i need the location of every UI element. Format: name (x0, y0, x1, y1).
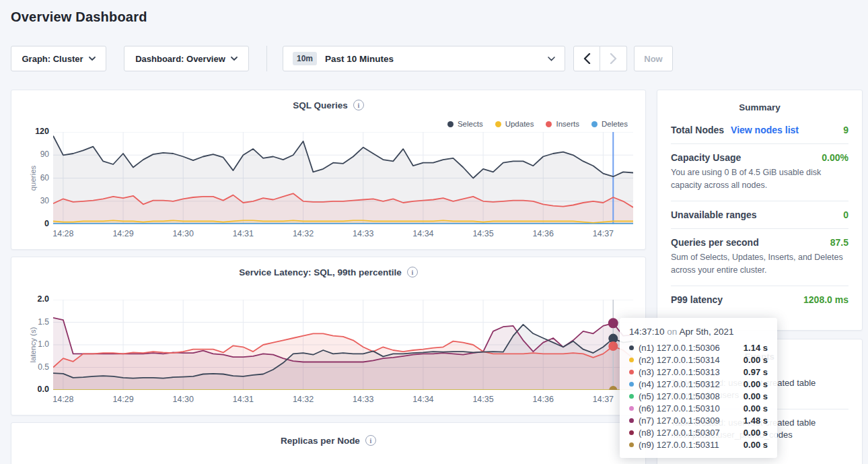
summary-row: Total NodesView nodes list9 (671, 117, 848, 144)
x-axis-tick: 14:28 (46, 395, 81, 404)
legend-item-inserts[interactable]: Inserts (546, 120, 579, 128)
y-axis-tick: 120 (21, 127, 49, 136)
chevron-right-icon (610, 53, 617, 64)
y-axis-tick: 90 (21, 150, 49, 159)
series-dot (629, 382, 634, 387)
x-axis-tick: 14:34 (406, 395, 441, 404)
tooltip-node-value: 1.14 s (744, 343, 768, 353)
summary-panel: Summary Total NodesView nodes list9Capac… (657, 90, 863, 331)
legend-dot (447, 121, 454, 127)
y-axis-tick: 1.0 (21, 339, 49, 349)
x-axis-tick: 14:31 (225, 395, 260, 404)
x-axis-tick: 14:35 (466, 395, 501, 404)
summary-row: Unavailable ranges0 (671, 201, 848, 229)
x-axis-tick: 14:32 (286, 229, 321, 238)
view-nodes-link[interactable]: View nodes list (731, 125, 799, 135)
summary-row-description: Sum of Selects, Updates, Inserts, and De… (671, 251, 848, 277)
tooltip-node-name: (n5) 127.0.0.1:50308 (639, 391, 720, 401)
tooltip-node-value: 0.00 s (744, 428, 768, 438)
legend-label: Selects (458, 120, 483, 128)
tooltip-node-value: 0.00 s (744, 355, 768, 365)
chart-title: Service Latency: SQL, 99th percentile (239, 267, 402, 277)
chevron-down-icon (548, 57, 555, 61)
summary-heading: Summary (671, 102, 848, 112)
series-dot (629, 345, 634, 350)
chevron-down-icon (89, 57, 96, 61)
tooltip-node-value: 1.48 s (744, 416, 768, 426)
x-axis-tick: 14:36 (526, 395, 560, 404)
y-axis-tick: 0.0 (21, 385, 49, 394)
legend-item-deletes[interactable]: Deletes (591, 120, 628, 128)
tooltip-node-row: (n7) 127.0.0.1:503091.48 s (629, 414, 768, 426)
x-axis-tick: 14:32 (286, 395, 321, 404)
dashboard-dropdown[interactable]: Dashboard: Overview (124, 46, 249, 71)
chart-tooltip: 14:37:10 on Apr 5th, 2021 (n1) 127.0.0.1… (620, 318, 777, 458)
dashboard-dropdown-label: Dashboard: Overview (135, 54, 225, 64)
series-dot (629, 442, 634, 447)
x-axis-tick: 14:33 (346, 395, 381, 404)
tooltip-node-name: (n8) 127.0.0.1:50307 (639, 428, 720, 438)
tooltip-node-name: (n4) 127.0.0.1:50312 (639, 379, 720, 389)
legend-label: Inserts (556, 120, 579, 128)
summary-row: Capacity Usage0.00%You are using 0 B of … (671, 144, 848, 201)
tooltip-node-row: (n2) 127.0.0.1:503140.00 s (629, 354, 768, 366)
series-dot (629, 430, 634, 435)
tooltip-node-value: 0.97 s (744, 367, 768, 377)
info-icon[interactable]: i (407, 267, 418, 277)
tooltip-node-row: (n6) 127.0.0.1:503100.00 s (629, 402, 768, 414)
x-axis-tick: 14:31 (225, 229, 260, 238)
graph-dropdown[interactable]: Graph: Cluster (11, 46, 106, 71)
chevron-down-icon (231, 57, 238, 61)
tooltip-node-row: (n8) 127.0.0.1:503070.00 s (629, 426, 768, 438)
tooltip-node-value: 0.00 s (744, 391, 768, 401)
graph-dropdown-label: Graph: Cluster (22, 54, 83, 64)
time-range-dropdown[interactable]: 10m Past 10 Minutes (283, 46, 565, 71)
sql-queries-chart[interactable]: 120906030014:2814:2914:3014:3114:3214:33… (53, 132, 633, 227)
tooltip-node-name: (n3) 127.0.0.1:50313 (639, 367, 720, 377)
y-axis-tick: 0.5 (21, 362, 49, 372)
legend-dot (546, 121, 552, 127)
x-axis-tick: 14:33 (346, 229, 381, 238)
series-dot (629, 418, 634, 423)
legend-label: Deletes (602, 120, 628, 128)
time-nav-buttons (573, 46, 627, 71)
x-axis-tick: 14:29 (106, 395, 141, 404)
legend-item-updates[interactable]: Updates (495, 120, 534, 128)
summary-row-value: 1208.0 ms (803, 294, 848, 305)
tooltip-node-value: 0.00 s (744, 440, 768, 450)
info-icon[interactable]: i (353, 100, 364, 110)
summary-row-label: P99 latency (671, 294, 723, 305)
y-axis-tick: 1.5 (21, 317, 49, 327)
controls-divider (266, 46, 267, 71)
x-axis-tick: 14:35 (466, 229, 501, 238)
service-latency-svg (53, 300, 633, 390)
now-button[interactable]: Now (634, 46, 673, 71)
prev-range-button[interactable] (573, 46, 600, 71)
time-range-label: Past 10 Minutes (325, 54, 394, 64)
summary-row-label: Queries per second (671, 237, 759, 248)
x-axis-tick: 14:36 (526, 229, 560, 238)
legend-item-selects[interactable]: Selects (447, 120, 483, 128)
x-axis-tick: 14:37 (585, 229, 620, 238)
tooltip-node-name: (n6) 127.0.0.1:50310 (639, 403, 720, 413)
tooltip-node-name: (n1) 127.0.0.1:50306 (639, 343, 720, 353)
tooltip-node-value: 0.00 s (744, 379, 768, 389)
legend-dot (495, 121, 501, 127)
summary-row-label: Total Nodes (671, 125, 724, 135)
service-latency-chart[interactable]: 2.01.51.00.50.014:2814:2914:3014:3114:32… (53, 300, 633, 393)
y-axis-tick: 30 (21, 196, 49, 205)
chart-title: Replicas per Node (281, 436, 360, 446)
legend-label: Updates (505, 120, 534, 128)
tooltip-node-name: (n9) 127.0.0.1:50311 (639, 440, 719, 450)
info-icon[interactable]: i (365, 435, 376, 446)
time-range-badge: 10m (293, 52, 317, 65)
next-range-button[interactable] (600, 46, 627, 71)
tooltip-node-row: (n1) 127.0.0.1:503061.14 s (629, 341, 768, 354)
summary-row-label: Unavailable ranges (671, 209, 757, 220)
tooltip-node-row: (n9) 127.0.0.1:503110.00 s (629, 438, 768, 451)
sql-queries-panel: SQL Queries i SelectsUpdatesInsertsDelet… (11, 90, 646, 250)
tooltip-timestamp: 14:37:10 on Apr 5th, 2021 (629, 327, 768, 337)
replicas-per-node-panel: Replicas per Node i (11, 422, 646, 464)
overview-dashboard-page: Overview Dashboard Graph: Cluster Dashbo… (0, 0, 868, 464)
y-axis-tick: 0 (21, 219, 49, 228)
